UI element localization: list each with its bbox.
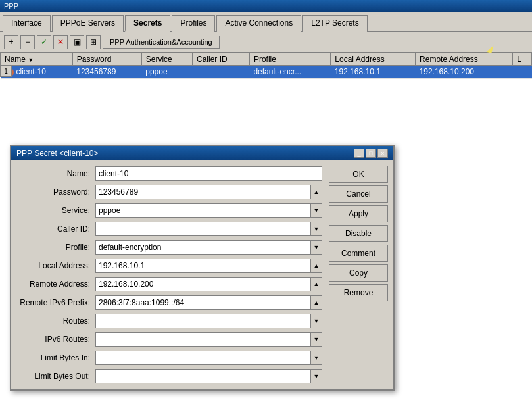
password-label: Password:	[16, 187, 95, 197]
ipv6-routes-input[interactable]	[95, 332, 310, 347]
title-bar: PPP	[0, 0, 532, 12]
limit-bytes-out-input[interactable]	[95, 369, 310, 383]
limit-bytes-in-field-group: ▼	[95, 351, 322, 365]
tab-interface[interactable]: Interface	[3, 15, 51, 32]
caller-id-input[interactable]	[95, 222, 310, 236]
password-input[interactable]	[95, 185, 310, 199]
routes-field-group: ▼	[95, 314, 322, 328]
dialog-maximize-button[interactable]: □	[366, 149, 376, 158]
dialog-title: PPP Secret <client-10>	[16, 149, 99, 158]
ipv6-routes-field-group: ▼	[95, 332, 322, 347]
ipv6-routes-label: IPv6 Routes:	[16, 335, 95, 344]
remote-address-row: Remote Address: ▲	[16, 276, 322, 292]
dialog-form: Name: Password: ▲ Service: ▼	[16, 166, 322, 384]
main-window: PPP Interface PPPoE Servers Secrets Prof…	[0, 0, 532, 419]
limit-bytes-out-label: Limit Bytes Out:	[16, 372, 95, 381]
routes-label: Routes:	[16, 316, 95, 326]
cell-local-address: 192.168.10.1	[331, 66, 416, 79]
remote-ipv6-prefix-input[interactable]	[95, 295, 310, 310]
tab-active-connections[interactable]: Active Connections	[216, 15, 301, 32]
profile-input[interactable]	[95, 240, 310, 255]
remove-button-dialog[interactable]: Remove	[329, 284, 388, 301]
dialog-close-button[interactable]: ×	[377, 149, 388, 158]
col-password[interactable]: Password	[72, 53, 141, 66]
caller-id-label: Caller ID:	[16, 224, 95, 234]
copy-button[interactable]: ▣	[70, 35, 84, 49]
cell-remote-address: 192.168.10.200	[416, 66, 513, 79]
copy-button-dialog[interactable]: Copy	[329, 264, 388, 282]
service-label: Service:	[16, 206, 95, 215]
disable-button-dialog[interactable]: Disable	[329, 225, 388, 242]
cell-service: pppoe	[141, 66, 192, 79]
remote-ipv6-field-group: ▲	[95, 295, 322, 310]
remote-address-arrow-btn[interactable]: ▲	[310, 277, 322, 291]
cancel-button[interactable]: Cancel	[329, 185, 388, 203]
table-row[interactable]: client-10 123456789 pppoe default-encr..…	[1, 66, 532, 79]
service-select-group: ▼	[95, 203, 322, 218]
limit-bytes-out-dropdown-btn[interactable]: ▼	[310, 369, 322, 383]
local-address-input[interactable]	[95, 259, 310, 273]
ppp-secret-dialog: PPP Secret <client-10> _ □ × Name: Passw…	[10, 145, 395, 391]
local-address-arrow-btn[interactable]: ▲	[310, 259, 322, 273]
tab-secrets[interactable]: Secrets	[125, 15, 170, 32]
caller-id-dropdown-btn[interactable]: ▼	[310, 222, 322, 236]
cell-caller-id	[192, 66, 249, 79]
routes-input[interactable]	[95, 314, 310, 328]
col-l[interactable]: L	[513, 53, 532, 66]
comment-button[interactable]: Comment	[329, 245, 388, 262]
col-service[interactable]: Service	[141, 53, 192, 66]
local-address-row: Local Address: ▲	[16, 258, 322, 274]
cell-l	[513, 66, 532, 79]
limit-bytes-in-label: Limit Bytes In:	[16, 353, 95, 362]
routes-row: Routes: ▼	[16, 313, 322, 329]
col-local-address[interactable]: Local Address	[331, 53, 416, 66]
password-arrow-btn[interactable]: ▲	[310, 185, 322, 199]
service-dropdown-btn[interactable]: ▼	[310, 203, 322, 218]
col-profile[interactable]: Profile	[249, 53, 330, 66]
dialog-buttons: OK Cancel Apply Disable Comment Copy Rem…	[329, 166, 388, 384]
page-indicator: 1	[0, 66, 12, 77]
ipv6-routes-dropdown-btn[interactable]: ▼	[310, 332, 322, 347]
auth-accounting-button[interactable]: PPP Authentication&Accounting	[103, 36, 220, 49]
caller-id-field-group: ▼	[95, 222, 322, 236]
add-button[interactable]: +	[4, 35, 18, 49]
limit-bytes-in-dropdown-btn[interactable]: ▼	[310, 351, 322, 365]
edit-button[interactable]: ✓	[37, 35, 51, 49]
cell-profile: default-encr...	[249, 66, 330, 79]
limit-bytes-out-row: Limit Bytes Out: ▼	[16, 368, 322, 384]
ipv6-routes-row: IPv6 Routes: ▼	[16, 332, 322, 347]
remote-address-input[interactable]	[95, 277, 310, 291]
col-name[interactable]: Name ▼	[1, 53, 73, 66]
name-input[interactable]	[95, 166, 322, 181]
name-label: Name:	[16, 169, 95, 178]
password-field-group: ▲	[95, 185, 322, 199]
ok-button[interactable]: OK	[329, 166, 388, 183]
tab-profiles[interactable]: Profiles	[172, 15, 215, 32]
remote-ipv6-arrow-btn[interactable]: ▲	[310, 295, 322, 310]
tab-bar: Interface PPPoE Servers Secrets Profiles…	[0, 12, 532, 32]
app-title: PPP	[4, 2, 18, 10]
disable-button[interactable]: ✕	[53, 35, 68, 49]
limit-bytes-in-row: Limit Bytes In: ▼	[16, 350, 322, 366]
col-caller-id[interactable]: Caller ID	[192, 53, 249, 66]
limit-bytes-in-input[interactable]	[95, 351, 310, 365]
apply-button[interactable]: Apply	[329, 205, 388, 222]
routes-dropdown-btn[interactable]: ▼	[310, 314, 322, 328]
page-number: 1	[4, 68, 8, 75]
password-row: Password: ▲	[16, 184, 322, 200]
dialog-minimize-button[interactable]: _	[354, 149, 364, 158]
name-row: Name:	[16, 166, 322, 182]
filter-button[interactable]: ⊞	[86, 35, 101, 49]
remote-address-label: Remote Address:	[16, 280, 95, 289]
remove-button[interactable]: −	[20, 35, 35, 49]
dialog-content: Name: Password: ▲ Service: ▼	[11, 160, 393, 389]
remote-ipv6-prefix-label: Remote IPv6 Prefix:	[16, 298, 95, 307]
service-input[interactable]	[95, 203, 310, 218]
tab-pppoe-servers[interactable]: PPPoE Servers	[52, 15, 124, 32]
col-remote-address[interactable]: Remote Address	[416, 53, 513, 66]
toolbar: + − ✓ ✕ ▣ ⊞ PPP Authentication&Accountin…	[0, 32, 532, 53]
limit-bytes-out-field-group: ▼	[95, 369, 322, 383]
tab-l2tp-secrets[interactable]: L2TP Secrets	[302, 15, 367, 32]
profile-dropdown-btn[interactable]: ▼	[310, 240, 322, 255]
secrets-table: Name ▼ Password Service Caller ID Profil…	[0, 53, 532, 79]
